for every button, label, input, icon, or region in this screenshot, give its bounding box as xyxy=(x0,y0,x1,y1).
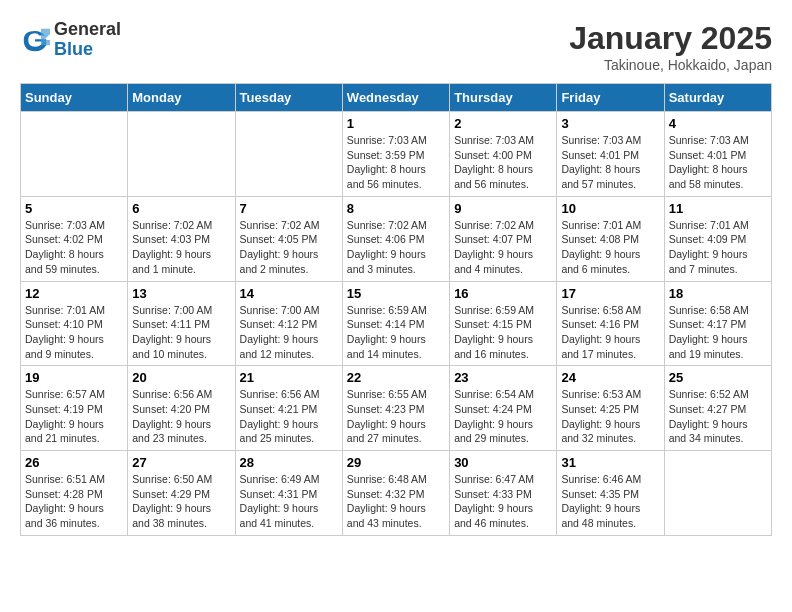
day-number: 22 xyxy=(347,370,445,385)
day-info: Sunrise: 6:52 AM Sunset: 4:27 PM Dayligh… xyxy=(669,387,767,446)
weekday-header-friday: Friday xyxy=(557,84,664,112)
calendar-cell: 23Sunrise: 6:54 AM Sunset: 4:24 PM Dayli… xyxy=(450,366,557,451)
day-info: Sunrise: 6:47 AM Sunset: 4:33 PM Dayligh… xyxy=(454,472,552,531)
calendar-cell: 4Sunrise: 7:03 AM Sunset: 4:01 PM Daylig… xyxy=(664,112,771,197)
day-number: 17 xyxy=(561,286,659,301)
day-info: Sunrise: 7:01 AM Sunset: 4:09 PM Dayligh… xyxy=(669,218,767,277)
day-number: 12 xyxy=(25,286,123,301)
day-info: Sunrise: 7:02 AM Sunset: 4:05 PM Dayligh… xyxy=(240,218,338,277)
weekday-header-thursday: Thursday xyxy=(450,84,557,112)
day-info: Sunrise: 7:03 AM Sunset: 4:01 PM Dayligh… xyxy=(669,133,767,192)
weekday-header-row: SundayMondayTuesdayWednesdayThursdayFrid… xyxy=(21,84,772,112)
calendar-cell: 20Sunrise: 6:56 AM Sunset: 4:20 PM Dayli… xyxy=(128,366,235,451)
day-info: Sunrise: 6:56 AM Sunset: 4:21 PM Dayligh… xyxy=(240,387,338,446)
day-number: 7 xyxy=(240,201,338,216)
day-number: 15 xyxy=(347,286,445,301)
day-number: 14 xyxy=(240,286,338,301)
calendar-cell: 5Sunrise: 7:03 AM Sunset: 4:02 PM Daylig… xyxy=(21,196,128,281)
day-info: Sunrise: 6:49 AM Sunset: 4:31 PM Dayligh… xyxy=(240,472,338,531)
day-info: Sunrise: 7:03 AM Sunset: 4:02 PM Dayligh… xyxy=(25,218,123,277)
day-number: 1 xyxy=(347,116,445,131)
day-number: 30 xyxy=(454,455,552,470)
calendar-header: SundayMondayTuesdayWednesdayThursdayFrid… xyxy=(21,84,772,112)
calendar-cell: 15Sunrise: 6:59 AM Sunset: 4:14 PM Dayli… xyxy=(342,281,449,366)
day-info: Sunrise: 7:02 AM Sunset: 4:03 PM Dayligh… xyxy=(132,218,230,277)
calendar-week-3: 12Sunrise: 7:01 AM Sunset: 4:10 PM Dayli… xyxy=(21,281,772,366)
calendar-cell xyxy=(21,112,128,197)
day-number: 8 xyxy=(347,201,445,216)
day-number: 4 xyxy=(669,116,767,131)
calendar-cell: 22Sunrise: 6:55 AM Sunset: 4:23 PM Dayli… xyxy=(342,366,449,451)
day-number: 26 xyxy=(25,455,123,470)
logo-general-text: General xyxy=(54,20,121,40)
day-number: 16 xyxy=(454,286,552,301)
calendar-cell: 26Sunrise: 6:51 AM Sunset: 4:28 PM Dayli… xyxy=(21,451,128,536)
calendar-cell: 2Sunrise: 7:03 AM Sunset: 4:00 PM Daylig… xyxy=(450,112,557,197)
day-number: 29 xyxy=(347,455,445,470)
day-number: 24 xyxy=(561,370,659,385)
day-number: 18 xyxy=(669,286,767,301)
calendar-cell: 24Sunrise: 6:53 AM Sunset: 4:25 PM Dayli… xyxy=(557,366,664,451)
calendar-cell: 29Sunrise: 6:48 AM Sunset: 4:32 PM Dayli… xyxy=(342,451,449,536)
day-info: Sunrise: 6:53 AM Sunset: 4:25 PM Dayligh… xyxy=(561,387,659,446)
calendar-cell: 8Sunrise: 7:02 AM Sunset: 4:06 PM Daylig… xyxy=(342,196,449,281)
title-section: January 2025 Takinoue, Hokkaido, Japan xyxy=(569,20,772,73)
day-number: 11 xyxy=(669,201,767,216)
logo-icon xyxy=(20,25,50,55)
weekday-header-sunday: Sunday xyxy=(21,84,128,112)
day-number: 5 xyxy=(25,201,123,216)
calendar-cell: 11Sunrise: 7:01 AM Sunset: 4:09 PM Dayli… xyxy=(664,196,771,281)
day-number: 23 xyxy=(454,370,552,385)
calendar-cell: 21Sunrise: 6:56 AM Sunset: 4:21 PM Dayli… xyxy=(235,366,342,451)
calendar-cell: 25Sunrise: 6:52 AM Sunset: 4:27 PM Dayli… xyxy=(664,366,771,451)
day-info: Sunrise: 6:50 AM Sunset: 4:29 PM Dayligh… xyxy=(132,472,230,531)
logo-blue-text: Blue xyxy=(54,40,121,60)
day-info: Sunrise: 7:00 AM Sunset: 4:11 PM Dayligh… xyxy=(132,303,230,362)
day-info: Sunrise: 7:03 AM Sunset: 4:00 PM Dayligh… xyxy=(454,133,552,192)
calendar-cell: 27Sunrise: 6:50 AM Sunset: 4:29 PM Dayli… xyxy=(128,451,235,536)
calendar-cell: 14Sunrise: 7:00 AM Sunset: 4:12 PM Dayli… xyxy=(235,281,342,366)
day-number: 27 xyxy=(132,455,230,470)
calendar-cell: 18Sunrise: 6:58 AM Sunset: 4:17 PM Dayli… xyxy=(664,281,771,366)
day-info: Sunrise: 6:59 AM Sunset: 4:14 PM Dayligh… xyxy=(347,303,445,362)
day-number: 20 xyxy=(132,370,230,385)
calendar-cell: 6Sunrise: 7:02 AM Sunset: 4:03 PM Daylig… xyxy=(128,196,235,281)
day-info: Sunrise: 6:51 AM Sunset: 4:28 PM Dayligh… xyxy=(25,472,123,531)
day-info: Sunrise: 6:58 AM Sunset: 4:17 PM Dayligh… xyxy=(669,303,767,362)
weekday-header-saturday: Saturday xyxy=(664,84,771,112)
calendar-title: January 2025 xyxy=(569,20,772,57)
calendar-cell: 12Sunrise: 7:01 AM Sunset: 4:10 PM Dayli… xyxy=(21,281,128,366)
day-info: Sunrise: 7:00 AM Sunset: 4:12 PM Dayligh… xyxy=(240,303,338,362)
calendar-cell: 17Sunrise: 6:58 AM Sunset: 4:16 PM Dayli… xyxy=(557,281,664,366)
day-info: Sunrise: 6:46 AM Sunset: 4:35 PM Dayligh… xyxy=(561,472,659,531)
day-info: Sunrise: 6:59 AM Sunset: 4:15 PM Dayligh… xyxy=(454,303,552,362)
calendar-cell: 16Sunrise: 6:59 AM Sunset: 4:15 PM Dayli… xyxy=(450,281,557,366)
day-info: Sunrise: 7:01 AM Sunset: 4:08 PM Dayligh… xyxy=(561,218,659,277)
calendar-week-2: 5Sunrise: 7:03 AM Sunset: 4:02 PM Daylig… xyxy=(21,196,772,281)
day-info: Sunrise: 7:03 AM Sunset: 4:01 PM Dayligh… xyxy=(561,133,659,192)
day-info: Sunrise: 7:01 AM Sunset: 4:10 PM Dayligh… xyxy=(25,303,123,362)
calendar-cell: 7Sunrise: 7:02 AM Sunset: 4:05 PM Daylig… xyxy=(235,196,342,281)
day-number: 9 xyxy=(454,201,552,216)
day-number: 19 xyxy=(25,370,123,385)
calendar-cell: 9Sunrise: 7:02 AM Sunset: 4:07 PM Daylig… xyxy=(450,196,557,281)
day-number: 28 xyxy=(240,455,338,470)
weekday-header-tuesday: Tuesday xyxy=(235,84,342,112)
day-number: 25 xyxy=(669,370,767,385)
calendar-cell: 10Sunrise: 7:01 AM Sunset: 4:08 PM Dayli… xyxy=(557,196,664,281)
day-info: Sunrise: 6:54 AM Sunset: 4:24 PM Dayligh… xyxy=(454,387,552,446)
weekday-header-wednesday: Wednesday xyxy=(342,84,449,112)
calendar-week-5: 26Sunrise: 6:51 AM Sunset: 4:28 PM Dayli… xyxy=(21,451,772,536)
day-number: 13 xyxy=(132,286,230,301)
logo-text: General Blue xyxy=(54,20,121,60)
calendar-cell: 1Sunrise: 7:03 AM Sunset: 3:59 PM Daylig… xyxy=(342,112,449,197)
calendar-table: SundayMondayTuesdayWednesdayThursdayFrid… xyxy=(20,83,772,536)
calendar-week-4: 19Sunrise: 6:57 AM Sunset: 4:19 PM Dayli… xyxy=(21,366,772,451)
day-info: Sunrise: 6:48 AM Sunset: 4:32 PM Dayligh… xyxy=(347,472,445,531)
calendar-cell: 19Sunrise: 6:57 AM Sunset: 4:19 PM Dayli… xyxy=(21,366,128,451)
day-number: 21 xyxy=(240,370,338,385)
day-info: Sunrise: 6:57 AM Sunset: 4:19 PM Dayligh… xyxy=(25,387,123,446)
day-info: Sunrise: 7:02 AM Sunset: 4:06 PM Dayligh… xyxy=(347,218,445,277)
calendar-cell xyxy=(235,112,342,197)
day-info: Sunrise: 6:56 AM Sunset: 4:20 PM Dayligh… xyxy=(132,387,230,446)
